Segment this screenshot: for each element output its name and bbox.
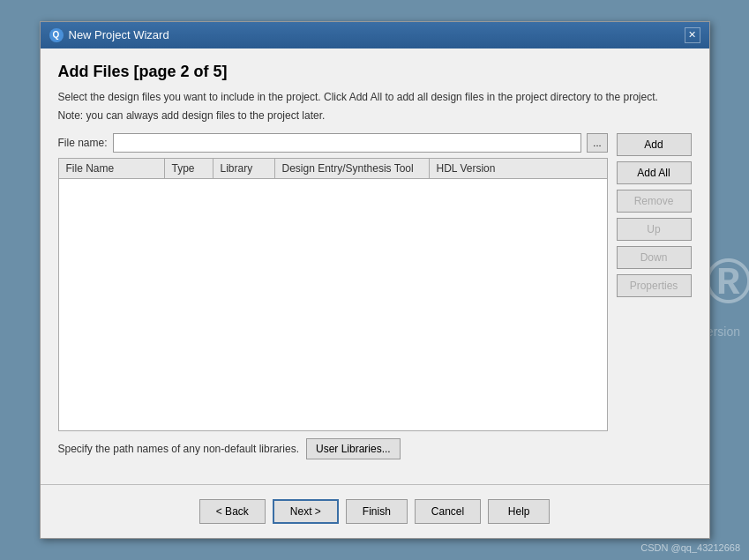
left-panel: File name: ... File Name Type Library De… bbox=[58, 133, 608, 459]
file-name-row: File name: ... bbox=[58, 133, 608, 153]
title-bar: Q New Project Wizard ✕ bbox=[41, 22, 709, 49]
file-table: File Name Type Library Design Entry/Synt… bbox=[58, 158, 608, 431]
cancel-button[interactable]: Cancel bbox=[415, 499, 481, 524]
col-header-design-entry: Design Entry/Synthesis Tool bbox=[275, 159, 430, 178]
col-header-hdl: HDL Version bbox=[430, 159, 509, 178]
help-button[interactable]: Help bbox=[488, 499, 550, 524]
dialog-body: Add Files [page 2 of 5] Select the desig… bbox=[41, 49, 709, 474]
back-button[interactable]: < Back bbox=[199, 499, 266, 524]
table-header: File Name Type Library Design Entry/Synt… bbox=[59, 159, 607, 179]
page-title: Add Files [page 2 of 5] bbox=[58, 63, 692, 81]
description-line2: Note: you can always add design files to… bbox=[58, 108, 692, 123]
footer: < Back Next > Finish Cancel Help bbox=[41, 494, 709, 538]
bottom-area: Specify the path names of any non-defaul… bbox=[58, 438, 608, 459]
finish-button[interactable]: Finish bbox=[346, 499, 408, 524]
footer-separator bbox=[41, 484, 709, 485]
csdn-watermark: CSDN @qq_43212668 bbox=[640, 542, 740, 553]
add-button[interactable]: Add bbox=[617, 133, 692, 156]
bottom-text: Specify the path names of any non-defaul… bbox=[58, 443, 300, 455]
col-header-type: Type bbox=[165, 159, 213, 178]
down-button[interactable]: Down bbox=[617, 246, 692, 269]
description-line1: Select the design files you want to incl… bbox=[58, 90, 692, 105]
properties-button[interactable]: Properties bbox=[617, 274, 692, 297]
col-header-filename: File Name bbox=[59, 159, 165, 178]
file-name-input[interactable] bbox=[113, 133, 582, 153]
remove-button[interactable]: Remove bbox=[617, 190, 692, 213]
dialog-window: Q New Project Wizard ✕ Add Files [page 2… bbox=[40, 21, 710, 540]
content-area: File name: ... File Name Type Library De… bbox=[58, 133, 692, 459]
close-button[interactable]: ✕ bbox=[685, 27, 700, 43]
user-libraries-button[interactable]: User Libraries... bbox=[306, 438, 401, 459]
up-button[interactable]: Up bbox=[617, 218, 692, 241]
window-icon: Q bbox=[49, 28, 64, 42]
right-panel: Add Add All Remove Up Down Properties bbox=[617, 133, 692, 459]
window-title: New Project Wizard bbox=[69, 28, 169, 41]
browse-button[interactable]: ... bbox=[587, 133, 607, 153]
file-name-label: File name: bbox=[58, 137, 108, 149]
next-button[interactable]: Next > bbox=[273, 499, 339, 524]
title-bar-left: Q New Project Wizard bbox=[49, 28, 169, 42]
col-header-library: Library bbox=[213, 159, 275, 178]
add-all-button[interactable]: Add All bbox=[617, 161, 692, 184]
